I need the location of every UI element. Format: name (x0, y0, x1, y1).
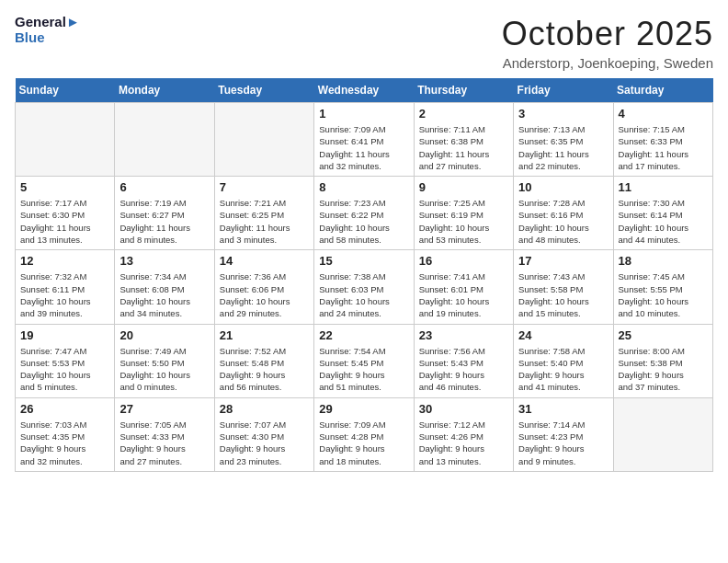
day-info: Sunrise: 7:05 AM Sunset: 4:33 PM Dayligh… (119, 419, 209, 467)
calendar-day-header: Sunday (16, 78, 115, 103)
day-number: 16 (419, 254, 508, 268)
day-number: 2 (419, 107, 508, 121)
day-info: Sunrise: 7:21 AM Sunset: 6:25 PM Dayligh… (220, 197, 309, 246)
day-info: Sunrise: 7:45 AM Sunset: 5:55 PM Dayligh… (619, 270, 708, 319)
calendar-week-row: 26Sunrise: 7:03 AM Sunset: 4:35 PM Dayli… (16, 397, 713, 471)
calendar-cell: 9Sunrise: 7:25 AM Sunset: 6:19 PM Daylig… (414, 177, 513, 250)
calendar-cell: 25Sunrise: 8:00 AM Sunset: 5:38 PM Dayli… (613, 324, 712, 397)
day-number: 14 (220, 254, 309, 268)
day-number: 10 (518, 180, 608, 194)
calendar-table: SundayMondayTuesdayWednesdayThursdayFrid… (15, 78, 713, 472)
day-number: 24 (518, 328, 608, 342)
day-number: 19 (20, 328, 109, 342)
day-info: Sunrise: 7:23 AM Sunset: 6:22 PM Dayligh… (319, 197, 408, 246)
calendar-day-header: Monday (115, 78, 214, 103)
day-number: 15 (319, 254, 408, 268)
calendar-day-header: Thursday (414, 78, 513, 103)
day-info: Sunrise: 7:09 AM Sunset: 4:28 PM Dayligh… (319, 419, 408, 467)
title-area: October 2025 Anderstorp, Joenkoeping, Sw… (502, 15, 713, 71)
location-subtitle: Anderstorp, Joenkoeping, Sweden (502, 55, 713, 71)
day-info: Sunrise: 8:00 AM Sunset: 5:38 PM Dayligh… (619, 345, 708, 394)
calendar-week-row: 5Sunrise: 7:17 AM Sunset: 6:30 PM Daylig… (16, 177, 713, 250)
calendar-week-row: 12Sunrise: 7:32 AM Sunset: 6:11 PM Dayli… (16, 250, 713, 324)
calendar-cell: 22Sunrise: 7:54 AM Sunset: 5:45 PM Dayli… (314, 324, 414, 397)
calendar-cell (214, 103, 313, 177)
day-info: Sunrise: 7:28 AM Sunset: 6:16 PM Dayligh… (518, 197, 608, 246)
day-number: 22 (319, 328, 408, 342)
day-info: Sunrise: 7:52 AM Sunset: 5:48 PM Dayligh… (220, 345, 309, 394)
day-number: 27 (119, 402, 209, 416)
month-title: October 2025 (502, 15, 713, 53)
day-info: Sunrise: 7:14 AM Sunset: 4:23 PM Dayligh… (518, 419, 608, 467)
day-info: Sunrise: 7:36 AM Sunset: 6:06 PM Dayligh… (220, 270, 309, 319)
day-info: Sunrise: 7:17 AM Sunset: 6:30 PM Dayligh… (20, 197, 109, 246)
day-number: 13 (119, 254, 209, 268)
day-number: 23 (419, 328, 508, 342)
calendar-cell: 12Sunrise: 7:32 AM Sunset: 6:11 PM Dayli… (16, 250, 115, 324)
logo: General► Blue (15, 15, 80, 45)
calendar-cell (16, 103, 115, 177)
day-number: 4 (619, 107, 708, 121)
day-number: 17 (518, 254, 608, 268)
calendar-cell: 5Sunrise: 7:17 AM Sunset: 6:30 PM Daylig… (16, 177, 115, 250)
day-info: Sunrise: 7:32 AM Sunset: 6:11 PM Dayligh… (20, 270, 109, 319)
calendar-day-header: Friday (514, 78, 613, 103)
day-info: Sunrise: 7:38 AM Sunset: 6:03 PM Dayligh… (319, 270, 408, 319)
calendar-cell: 4Sunrise: 7:15 AM Sunset: 6:33 PM Daylig… (613, 103, 712, 177)
calendar-cell (613, 397, 712, 471)
day-info: Sunrise: 7:25 AM Sunset: 6:19 PM Dayligh… (419, 197, 508, 246)
calendar-cell: 29Sunrise: 7:09 AM Sunset: 4:28 PM Dayli… (314, 397, 414, 471)
calendar-cell: 14Sunrise: 7:36 AM Sunset: 6:06 PM Dayli… (214, 250, 313, 324)
calendar-cell: 24Sunrise: 7:58 AM Sunset: 5:40 PM Dayli… (514, 324, 613, 397)
day-number: 7 (220, 180, 309, 194)
calendar-cell: 10Sunrise: 7:28 AM Sunset: 6:16 PM Dayli… (514, 177, 613, 250)
day-info: Sunrise: 7:15 AM Sunset: 6:33 PM Dayligh… (619, 123, 708, 172)
calendar-cell: 17Sunrise: 7:43 AM Sunset: 5:58 PM Dayli… (514, 250, 613, 324)
calendar-cell: 1Sunrise: 7:09 AM Sunset: 6:41 PM Daylig… (314, 103, 414, 177)
calendar-cell: 21Sunrise: 7:52 AM Sunset: 5:48 PM Dayli… (214, 324, 313, 397)
calendar-cell (115, 103, 214, 177)
calendar-cell: 7Sunrise: 7:21 AM Sunset: 6:25 PM Daylig… (214, 177, 313, 250)
day-number: 5 (20, 180, 109, 194)
day-info: Sunrise: 7:11 AM Sunset: 6:38 PM Dayligh… (419, 123, 508, 172)
day-number: 11 (619, 180, 708, 194)
day-number: 30 (419, 402, 508, 416)
calendar-day-header: Saturday (613, 78, 712, 103)
calendar-week-row: 1Sunrise: 7:09 AM Sunset: 6:41 PM Daylig… (16, 103, 713, 177)
calendar-cell: 18Sunrise: 7:45 AM Sunset: 5:55 PM Dayli… (613, 250, 712, 324)
calendar-header-row: SundayMondayTuesdayWednesdayThursdayFrid… (16, 78, 713, 103)
calendar-day-header: Wednesday (314, 78, 414, 103)
day-number: 8 (319, 180, 408, 194)
day-info: Sunrise: 7:09 AM Sunset: 6:41 PM Dayligh… (319, 123, 408, 172)
day-number: 18 (619, 254, 708, 268)
day-info: Sunrise: 7:43 AM Sunset: 5:58 PM Dayligh… (518, 270, 608, 319)
day-number: 3 (518, 107, 608, 121)
day-info: Sunrise: 7:30 AM Sunset: 6:14 PM Dayligh… (619, 197, 708, 246)
day-number: 26 (20, 402, 109, 416)
calendar-cell: 15Sunrise: 7:38 AM Sunset: 6:03 PM Dayli… (314, 250, 414, 324)
page-header: General► Blue October 2025 Anderstorp, J… (15, 15, 713, 71)
day-info: Sunrise: 7:12 AM Sunset: 4:26 PM Dayligh… (419, 419, 508, 467)
calendar-cell: 11Sunrise: 7:30 AM Sunset: 6:14 PM Dayli… (613, 177, 712, 250)
calendar-cell: 28Sunrise: 7:07 AM Sunset: 4:30 PM Dayli… (214, 397, 313, 471)
day-info: Sunrise: 7:03 AM Sunset: 4:35 PM Dayligh… (20, 419, 109, 467)
day-number: 9 (419, 180, 508, 194)
day-info: Sunrise: 7:13 AM Sunset: 6:35 PM Dayligh… (518, 123, 608, 172)
calendar-cell: 23Sunrise: 7:56 AM Sunset: 5:43 PM Dayli… (414, 324, 513, 397)
day-info: Sunrise: 7:58 AM Sunset: 5:40 PM Dayligh… (518, 345, 608, 394)
day-number: 31 (518, 402, 608, 416)
day-info: Sunrise: 7:47 AM Sunset: 5:53 PM Dayligh… (20, 345, 109, 394)
day-number: 20 (119, 328, 209, 342)
day-number: 6 (119, 180, 209, 194)
day-info: Sunrise: 7:41 AM Sunset: 6:01 PM Dayligh… (419, 270, 508, 319)
day-info: Sunrise: 7:07 AM Sunset: 4:30 PM Dayligh… (220, 419, 309, 467)
day-info: Sunrise: 7:34 AM Sunset: 6:08 PM Dayligh… (119, 270, 209, 319)
day-info: Sunrise: 7:56 AM Sunset: 5:43 PM Dayligh… (419, 345, 508, 394)
day-number: 25 (619, 328, 708, 342)
day-number: 29 (319, 402, 408, 416)
calendar-cell: 13Sunrise: 7:34 AM Sunset: 6:08 PM Dayli… (115, 250, 214, 324)
day-number: 1 (319, 107, 408, 121)
day-info: Sunrise: 7:49 AM Sunset: 5:50 PM Dayligh… (119, 345, 209, 394)
day-info: Sunrise: 7:54 AM Sunset: 5:45 PM Dayligh… (319, 345, 408, 394)
calendar-cell: 8Sunrise: 7:23 AM Sunset: 6:22 PM Daylig… (314, 177, 414, 250)
